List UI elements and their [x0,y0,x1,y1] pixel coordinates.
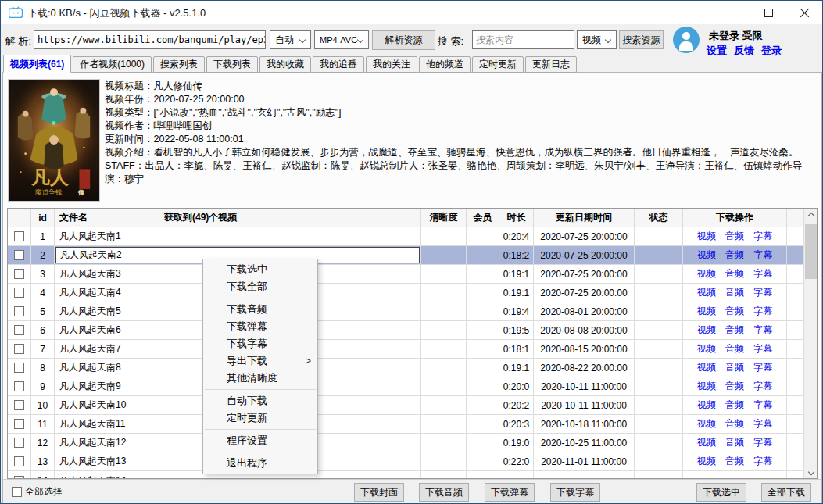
download-字幕-link[interactable]: 字幕 [753,342,772,356]
download-视频-link[interactable]: 视频 [697,323,716,337]
download-字幕-link[interactable]: 字幕 [753,417,772,431]
row-checkbox[interactable] [14,400,24,410]
menu-item-退出程序[interactable]: 退出程序 [203,455,317,472]
quality-select[interactable]: 自动 [270,30,311,49]
header-quality[interactable]: 清晰度 [421,209,467,227]
menu-item-其他清晰度[interactable]: 其他清晰度 [203,370,317,387]
download-视频-link[interactable]: 视频 [697,286,716,299]
download-音频-link[interactable]: 音频 [725,248,744,262]
link-反馈[interactable]: 反馈 [734,45,754,56]
link-设置[interactable]: 设置 [707,45,727,56]
download-字幕-link[interactable]: 字幕 [753,380,772,393]
search-input[interactable]: 搜索内容 [472,30,574,49]
header-datetime[interactable]: 更新日期时间 [534,209,635,227]
table-row[interactable]: 5凡人风起天南50:19:42020-08-01 20:00:00视频音频字幕 [8,302,817,321]
download-字幕-link[interactable]: 字幕 [753,455,772,468]
table-row[interactable]: 1凡人风起天南10:20:42020-07-25 20:00:00视频音频字幕 [8,227,817,246]
download-视频-link[interactable]: 视频 [697,361,716,374]
row-checkbox[interactable] [14,231,24,241]
tab-他的频道[interactable]: 他的频道 [419,56,471,73]
table-scrollbar[interactable] [803,209,817,478]
tab-作者视频(1000)[interactable]: 作者视频(1000) [73,56,152,73]
table-row[interactable]: 8凡人风起天南80:19:12020-08-22 20:00:00视频音频字幕 [8,359,817,377]
download-音频-link[interactable]: 音频 [725,305,744,318]
select-all[interactable]: 全部选择 [12,485,63,499]
download-字幕-link[interactable]: 字幕 [753,267,772,281]
table-row[interactable]: 10凡人风起天南100:20:22020-10-11 11:00:00视频音频字… [8,396,817,415]
row-checkbox[interactable] [14,363,24,373]
download-视频-link[interactable]: 视频 [697,380,716,393]
table-row[interactable]: 2凡人风起天南20:18:22020-07-25 20:00:00视频音频字幕 [8,246,817,265]
download-视频-link[interactable]: 视频 [697,230,716,243]
download-音频-link[interactable]: 音频 [725,380,744,393]
download-音频-link[interactable]: 音频 [725,399,744,412]
row-checkbox[interactable] [14,288,24,298]
title-bar[interactable]: 下载:0 KB/s - 闪豆视频下载器 - v2.5.1.0 [1,1,822,24]
download-字幕-link[interactable]: 字幕 [753,286,772,299]
download-视频-link[interactable]: 视频 [697,342,716,356]
menu-item-导出下载[interactable]: 导出下载> [203,352,317,370]
tab-我的关注[interactable]: 我的关注 [366,56,417,73]
download-字幕-link[interactable]: 字幕 [753,230,772,243]
download-音频-link[interactable]: 音频 [725,436,744,449]
download-音频-link[interactable]: 音频 [725,342,744,356]
table-row[interactable]: 3凡人风起天南30:19:12020-07-25 20:00:00视频音频字幕 [8,265,817,284]
parse-url-input[interactable]: https://www.bilibili.com/bangumi/play/ep… [34,30,266,49]
row-checkbox[interactable] [14,381,24,391]
download-音频-link[interactable]: 音频 [725,455,744,468]
download-音频-link[interactable]: 音频 [725,286,744,299]
下载选中-button[interactable]: 下载选中 [696,483,746,502]
download-字幕-link[interactable]: 字幕 [753,436,772,449]
row-checkbox[interactable] [14,456,24,466]
下载音频-button[interactable]: 下载音频 [419,483,469,502]
minimize-button[interactable] [714,1,750,24]
table-row[interactable]: 7凡人风起天南70:18:12020-08-15 20:00:00视频音频字幕 [8,340,817,359]
下载弹幕-button[interactable]: 下载弹幕 [485,483,535,502]
row-checkbox[interactable] [14,419,24,429]
tab-下载列表[interactable]: 下载列表 [206,56,258,73]
download-视频-link[interactable]: 视频 [697,417,716,431]
download-视频-link[interactable]: 视频 [697,248,716,262]
download-视频-link[interactable]: 视频 [697,267,716,281]
menu-item-自动下载[interactable]: 自动下载 [203,392,317,409]
table-row[interactable]: 4凡人风起天南40:19:12020-07-25 20:00:00视频音频字幕 [8,284,817,302]
header-duration[interactable]: 时长 [499,209,534,227]
row-checkbox[interactable] [14,306,24,316]
全部下载-button[interactable]: 全部下载 [761,483,811,502]
row-filename[interactable]: 凡人风起天南1 [55,227,421,245]
download-字幕-link[interactable]: 字幕 [753,305,772,318]
header-status[interactable]: 状态 [635,209,683,227]
download-字幕-link[interactable]: 字幕 [753,323,772,337]
header-id[interactable]: id [31,209,55,227]
scroll-up-icon[interactable] [804,209,818,222]
table-row[interactable]: 14凡人风起天南14 [8,471,817,479]
下载封面-button[interactable]: 下载封面 [354,483,404,502]
avatar[interactable] [673,27,700,53]
table-row[interactable]: 12凡人风起天南120:19:02020-10-25 11:00:00视频音频字… [8,434,817,452]
download-字幕-link[interactable]: 字幕 [753,248,772,262]
maximize-button[interactable] [750,1,786,24]
header-filename[interactable]: 文件名 获取到(49)个视频 [55,209,421,227]
select-all-checkbox[interactable] [12,487,22,497]
tab-视频列表(61)[interactable]: 视频列表(61) [3,55,71,73]
download-字幕-link[interactable]: 字幕 [753,361,772,374]
download-视频-link[interactable]: 视频 [697,436,716,449]
row-checkbox[interactable] [14,344,24,354]
search-resource-button[interactable]: 搜索资源 [619,30,664,49]
scroll-down-icon[interactable] [804,465,818,478]
menu-item-下载音频[interactable]: 下载音频 [203,301,317,318]
download-音频-link[interactable]: 音频 [725,417,744,431]
header-actions[interactable]: 下载操作 [683,209,787,227]
download-音频-link[interactable]: 音频 [725,267,744,281]
tab-我的收藏[interactable]: 我的收藏 [259,56,311,73]
row-checkbox[interactable] [14,269,24,279]
row-checkbox[interactable] [14,325,24,335]
table-row[interactable]: 11凡人风起天南110:20:32020-10-18 11:00:00视频音频字… [8,415,817,434]
format-select[interactable]: MP4-AVC [314,30,369,49]
下载字幕-button[interactable]: 下载字幕 [550,483,600,502]
menu-item-定时更新[interactable]: 定时更新 [203,409,317,427]
tab-搜索列表[interactable]: 搜索列表 [153,56,205,73]
download-音频-link[interactable]: 音频 [725,361,744,374]
tab-更新日志[interactable]: 更新日志 [525,56,577,73]
parse-resource-button[interactable]: 解析资源 [372,30,435,50]
